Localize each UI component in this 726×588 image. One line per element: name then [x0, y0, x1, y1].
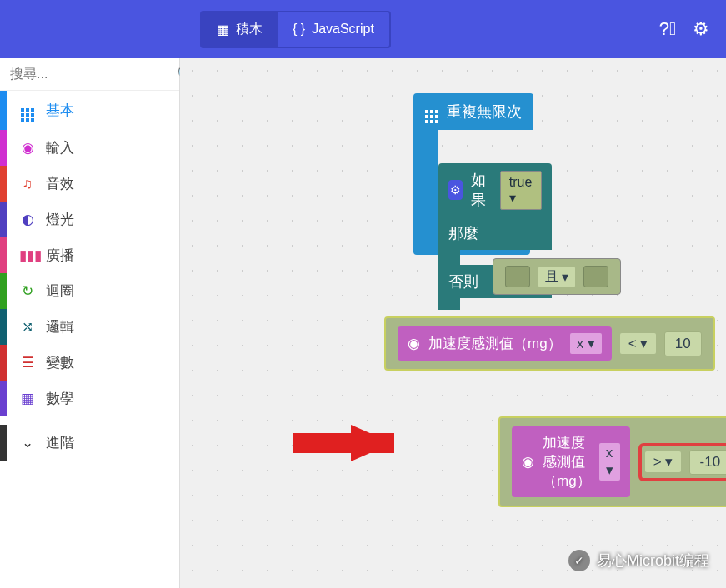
condition-slot[interactable]: true ▾ [500, 171, 542, 210]
sidebar-item-basic[interactable]: 基本 [0, 91, 179, 130]
header-actions: ?⃝ ⚙ [659, 18, 709, 40]
compare-block-lt[interactable]: ◉ 加速度感測值（mg） x ▾ < ▾ 10 [384, 316, 715, 371]
compare-block-gt[interactable]: ◉ 加速度感測值（mg） x ▾ > ▾ -10 [498, 416, 726, 507]
sidebar-item-advanced[interactable]: ⌄ 進階 [0, 425, 179, 461]
sidebar-item-math[interactable]: ▦ 數學 [0, 381, 179, 416]
operator-dropdown[interactable]: > ▾ [645, 451, 681, 472]
acceleration-block[interactable]: ◉ 加速度感測值（mg） x ▾ [398, 326, 612, 361]
chevron-down-icon: ⌄ [19, 434, 36, 451]
gear-icon[interactable]: ⚙ [693, 18, 709, 40]
sidebar-item-label: 燈光 [46, 210, 74, 229]
if-label: 如果 [471, 170, 492, 210]
signal-icon: ▮▮▮ [19, 247, 36, 264]
toggle-icon: ◐ [19, 211, 36, 228]
forever-header: 重複無限次 [413, 93, 533, 130]
wechat-icon: ✓ [568, 550, 590, 571]
blocks-icon: ▦ [217, 22, 229, 37]
then-label: 那麼 [438, 217, 552, 250]
sidebar-item-label: 變數 [46, 353, 74, 372]
number-input[interactable]: -10 [689, 450, 726, 475]
sidebar-item-light[interactable]: ◐ 燈光 [0, 202, 179, 237]
sidebar-item-label: 邏輯 [46, 317, 74, 336]
watermark-text: 易心Microbit编程 [597, 551, 709, 571]
forever-label: 重複無限次 [447, 102, 522, 122]
shuffle-icon: ⤭ [19, 318, 36, 336]
search-row: 🔍 [0, 58, 179, 91]
mode-tabs: ▦ 積木 { } JavaScript [200, 11, 391, 48]
gear-icon[interactable]: ⚙ [448, 180, 463, 200]
tab-javascript[interactable]: { } JavaScript [278, 12, 389, 47]
operator-dropdown[interactable]: < ▾ [620, 333, 656, 354]
grid-icon [19, 99, 36, 122]
tab-js-label: JavaScript [312, 22, 374, 37]
list-icon: ☰ [19, 354, 36, 371]
header: ▦ 積木 { } JavaScript ?⃝ ⚙ [0, 0, 726, 58]
acceleration-block[interactable]: ◉ 加速度感測值（mg） x ▾ [512, 426, 630, 497]
sidebar-item-sound[interactable]: ♫ 音效 [0, 166, 179, 202]
tab-blocks[interactable]: ▦ 積木 [202, 12, 278, 47]
refresh-icon: ↻ [19, 282, 36, 300]
calculator-icon: ▦ [19, 390, 36, 407]
and-block[interactable]: 且 ▾ [493, 258, 621, 295]
sidebar-item-label: 廣播 [46, 246, 74, 265]
axis-dropdown[interactable]: x ▾ [599, 443, 620, 481]
workspace[interactable]: 重複無限次 ⚙ 如果 true ▾ 那麼 否則 [180, 58, 726, 588]
watermark: ✓ 易心Microbit编程 [568, 550, 709, 571]
slot-right[interactable] [583, 266, 608, 287]
sidebar-item-label: 輸入 [46, 138, 74, 157]
sidebar-item-label: 音效 [46, 174, 74, 193]
headphones-icon: ♫ [19, 176, 36, 192]
target-icon: ◉ [19, 139, 36, 157]
sidebar-item-label: 進階 [46, 433, 74, 452]
tab-blocks-label: 積木 [236, 21, 263, 38]
and-dropdown[interactable]: 且 ▾ [538, 267, 575, 287]
sidebar-item-input[interactable]: ◉ 輸入 [0, 130, 179, 166]
number-input[interactable]: 10 [664, 331, 702, 356]
sidebar-item-variables[interactable]: ☰ 變數 [0, 345, 179, 381]
sidebar-item-logic[interactable]: ⤭ 邏輯 [0, 309, 179, 345]
sidebar-item-label: 迴圈 [46, 282, 74, 301]
grid-icon [425, 100, 438, 123]
braces-icon: { } [293, 22, 305, 37]
target-icon: ◉ [522, 453, 534, 471]
sidebar-item-label: 基本 [46, 101, 74, 120]
sidebar-item-radio[interactable]: ▮▮▮ 廣播 [0, 237, 179, 273]
accel-label: 加速度感測值（mg） [543, 433, 591, 491]
slot-left[interactable] [505, 266, 530, 287]
target-icon: ◉ [408, 335, 420, 352]
forever-block[interactable]: 重複無限次 ⚙ 如果 true ▾ 那麼 否則 [413, 93, 533, 255]
arrow-annotation [351, 425, 393, 461]
if-header: ⚙ 如果 true ▾ [438, 163, 552, 217]
axis-dropdown[interactable]: x ▾ [570, 333, 602, 354]
highlighted-region: > ▾ -10 [638, 443, 726, 481]
accel-label: 加速度感測值（mg） [428, 334, 562, 353]
sidebar-item-loop[interactable]: ↻ 迴圈 [0, 273, 179, 309]
help-icon[interactable]: ?⃝ [659, 18, 676, 40]
sidebar: 🔍 基本 ◉ 輸入 ♫ 音效 ◐ 燈光 ▮▮▮ 廣播 ↻ 迴圈 ⤭ 邏輯 [0, 58, 180, 588]
sidebar-item-label: 數學 [46, 389, 74, 408]
search-input[interactable] [10, 67, 177, 82]
main: 🔍 基本 ◉ 輸入 ♫ 音效 ◐ 燈光 ▮▮▮ 廣播 ↻ 迴圈 ⤭ 邏輯 [0, 58, 726, 588]
